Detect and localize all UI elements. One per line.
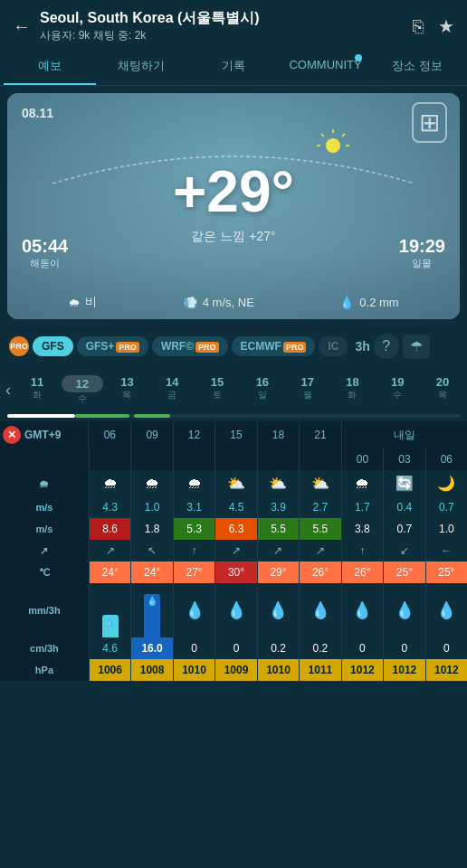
sunrise-label: 해돋이 [22,257,68,270]
day-prev-arrow[interactable]: ‹ [2,377,14,403]
svg-line-4 [321,134,324,137]
dir-9: ← [425,540,467,561]
day-selector: 11화 12수 13목 14금 15토 16일 17월 18화 19수 20목 [14,370,465,410]
time-21: 21 [300,421,341,448]
back-button[interactable]: ← [13,16,31,37]
pressure-1: 1006 [89,659,130,681]
header-icons: ⎘ ★ [413,15,454,37]
favorite-button[interactable]: ★ [438,15,454,37]
data-table: ✕ GMT+9 06 09 12 15 18 21 내일 00 03 06 � [0,421,467,681]
feels-like: 같은 느낌 +27° [173,229,294,245]
day-15[interactable]: 15토 [195,370,240,410]
interval-label: 3h [355,339,369,354]
empty-label [0,448,89,470]
forecast-table: ✕ GMT+9 06 09 12 15 18 21 내일 00 03 06 � [0,421,467,681]
precip-icon: 💧 [339,296,354,309]
cloud-2: 🌧 [131,470,173,496]
wind1-v2: 1.0 [131,496,173,518]
day-12[interactable]: 12수 [60,370,105,410]
temp-label: ℃ [0,561,89,583]
tab-기록[interactable]: 기록 [187,49,280,85]
precip-stat: 💧 0.2 mm [339,294,398,310]
dir-row: ↗ ↗ ↖ ↑ ↗ ↗ ↗ ↑ ↙ ← [0,540,467,561]
sunset-time: 19:29 [399,236,445,257]
wind-icon: 💨 [183,296,197,309]
wind2-v1: 8.6 [89,518,130,540]
model-ecmwf[interactable]: ECMWFPRO [232,336,316,356]
umbrella-button[interactable]: ☂ [403,335,430,359]
rain-chart-4: 💧 [215,583,257,637]
temp-9: 25° [425,561,467,583]
time-03: 03 [384,448,425,470]
dir-2: ↖ [131,540,173,561]
wind1-v9: 0.7 [425,496,467,518]
rain-chart-7: 💧 [341,583,383,637]
rain-val-5: 0.2 [257,637,299,659]
time-06b: 06 [425,448,467,470]
day-19[interactable]: 19수 [375,370,420,410]
day-13[interactable]: 13목 [105,370,150,410]
sunrise-time: 05:44 [22,236,68,257]
wind1-v6: 2.7 [300,496,341,518]
pressure-label: hPa [0,659,89,681]
share-button[interactable]: ⎘ [413,16,424,37]
time-t18 [257,448,299,470]
rain-chart-9: 💧 [425,583,467,637]
cloud-9: 🌙 [425,470,467,496]
help-button[interactable]: ? [374,334,399,359]
model-gfs[interactable]: GFS [33,336,73,356]
precip-label: 0.2 mm [359,296,398,309]
pressure-5: 1010 [257,659,299,681]
day-14[interactable]: 14금 [149,370,195,410]
model-bar: PRO GFS GFS+PRO WRF©PRO ECMWFPRO IC 3h ?… [0,326,467,366]
dir-label: ↗ [0,540,89,561]
dir-6: ↗ [300,540,341,561]
header-title: Seoul, South Korea (서울특별시) [40,9,413,28]
wind2-v5: 5.5 [257,518,299,540]
rain-chart-3: 💧 [173,583,214,637]
cloud-5: ⛅ [257,470,299,496]
day-18[interactable]: 18화 [330,370,376,410]
day-17[interactable]: 17월 [285,370,330,410]
day-16[interactable]: 16일 [240,370,285,410]
tab-채팅하기[interactable]: 채팅하기 [96,49,188,85]
pressure-4: 1009 [215,659,257,681]
dir-7: ↑ [341,540,383,561]
tab-예보[interactable]: 예보 [4,49,96,85]
header-center: Seoul, South Korea (서울특별시) 사용자: 9k 채팅 중:… [40,9,413,43]
model-wrf[interactable]: WRF©PRO [152,336,228,356]
weather-main: +29° 같은 느낌 +27° [173,158,294,245]
temperature: +29° [173,158,294,225]
pressure-9: 1012 [425,659,467,681]
temp-1: 24° [89,561,130,583]
rain-chart-row: mm/3h 💧 💧 💧 💧 [0,583,467,637]
temp-4: 30° [215,561,257,583]
weather-card: 08.11 ⊞ +29° 같은 느낌 +27° 05:44 해돋이 19:29 … [7,93,460,319]
wind1-v7: 1.7 [341,496,383,518]
dir-5: ↗ [257,540,299,561]
day-11[interactable]: 11화 [14,370,60,410]
wind1-row: m/s 4.3 1.0 3.1 4.5 3.9 2.7 1.7 0.4 0.7 [0,496,467,518]
community-badge [355,54,362,61]
wind-label: 4 m/s, NE [203,296,254,309]
header: ← Seoul, South Korea (서울특별시) 사용자: 9k 채팅 … [0,0,467,49]
pro-badge: PRO [9,336,29,356]
model-gfs-pro[interactable]: GFS+PRO [77,336,148,356]
tab-community[interactable]: COMMUNITY [280,49,372,85]
rain-val-3: 0 [173,637,214,659]
header-sub: 사용자: 9k 채팅 중: 2k [40,28,413,43]
time-row: ✕ GMT+9 06 09 12 15 18 21 내일 [0,421,467,448]
rain-val-4: 0 [215,637,257,659]
time-18: 18 [257,421,299,448]
time-09: 09 [131,421,173,448]
close-button[interactable]: ✕ [3,426,21,444]
tab-장소정보[interactable]: 장소 정보 [371,49,463,85]
temp-3: 27° [173,561,214,583]
time-00: 00 [341,448,383,470]
rain-icon: 🌧 [68,296,80,309]
cloud-8: 🔄 [384,470,425,496]
model-ic[interactable]: IC [319,336,348,356]
day-selector-row: ‹ 11화 12수 13목 14금 15토 16일 17월 18화 19수 20… [0,366,467,414]
wind1-v5: 3.9 [257,496,299,518]
day-20[interactable]: 20목 [420,370,465,410]
